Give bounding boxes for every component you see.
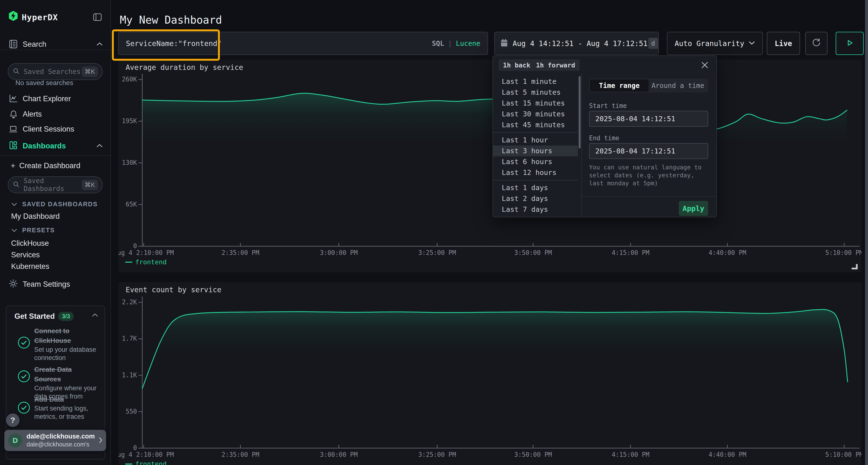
chevron-up-icon[interactable] [96,143,103,149]
time-range-divider [493,180,578,180]
start-time-input[interactable]: 2025-08-04 14:12:51 [589,111,708,127]
time-range-option[interactable]: Last 1 hour [493,135,578,145]
legend-marker [125,464,132,465]
time-range-option[interactable]: Last 3 hours [493,145,578,156]
chart-legend[interactable]: frontend [125,460,166,465]
x-tick-label: 3:00:00 PM [320,249,358,256]
search-icon [12,67,20,76]
sidebar-item-team-settings[interactable]: Team Settings [23,280,70,289]
x-tick-label: 3:25:00 PM [418,451,456,458]
time-range-value: Aug 4 14:12:51 - Aug 4 17:12:51 [513,39,648,48]
sql-toggle[interactable]: SQL [432,39,444,47]
saved-searches-placeholder: Saved Searches [24,68,82,76]
chart-plot-area[interactable]: 05501.1K1.7K2.2KAug 4 2:10:00 PM2:35:00 … [118,282,862,465]
chart-title: Average duration by service [126,63,243,72]
relative-time-list: Last 1 minuteLast 5 minutesLast 15 minut… [493,74,578,217]
end-time-label: End time [589,134,619,142]
alerts-bell-icon [9,109,18,120]
sidebar-item-dashboards[interactable]: Dashboards [23,142,66,150]
start-time-label: Start time [589,102,627,109]
create-dashboard-label: Create Dashboard [19,161,80,170]
time-range-option[interactable]: Last 15 minutes [493,98,578,109]
refresh-icon [811,38,822,49]
legend-label: frontend [135,460,166,465]
get-started-item[interactable]: Add DataStart sending logs, metrics, or … [34,395,100,421]
time-picker-popover: 1h back 1h forward Last 1 minuteLast 5 m… [493,56,717,217]
shortcut-badge: ⌘K [82,66,98,77]
time-range-input[interactable]: Aug 4 14:12:51 - Aug 4 17:12:51 d [494,32,659,55]
get-started-title: Get Started [14,312,55,321]
shift-forward-button[interactable]: 1h forward [532,59,580,71]
query-language-toggle[interactable]: SQL | Lucene [432,39,480,47]
get-started-item[interactable]: Connect to ClickHouseSet up your databas… [34,326,100,362]
y-tick-label: 65K [118,201,137,208]
apply-button[interactable]: Apply [679,201,708,216]
list-scrollbar[interactable] [578,74,581,217]
time-range-option[interactable]: Last 45 minutes [493,120,578,130]
no-saved-searches-text: No saved searches [16,79,73,87]
x-tick-label: Aug 4 2:10:00 PM [118,249,174,256]
range-mode-tabs: Time rangeAround a time [589,78,708,93]
time-range-option[interactable]: Last 5 minutes [493,87,578,98]
chevron-up-icon[interactable] [92,313,98,318]
tab-around-a-time[interactable]: Around a time [649,79,707,92]
time-range-option[interactable]: Last 6 hours [493,156,578,167]
sidebar-item-preset[interactable]: ClickHouse [11,238,50,250]
page-scrollbar[interactable] [865,0,868,465]
x-tick-label: Aug 4 2:10:00 PM [118,451,174,458]
saved-dashboards-input[interactable]: Saved Dashboards ⌘K [8,176,103,193]
time-range-option[interactable]: Last 7 days [493,204,578,215]
saved-dashboards-section-header[interactable]: SAVED DASHBOARDS [11,200,98,208]
live-button[interactable]: Live [767,32,800,55]
time-range-option[interactable]: Last 30 minutes [493,109,578,120]
end-time-input[interactable]: 2025-08-04 17:12:51 [589,143,708,159]
get-started-item-title: Create Data Sources [34,365,100,384]
granularity-select[interactable]: Auto Granularity [667,32,763,55]
refresh-button[interactable] [805,32,828,55]
create-dashboard-button[interactable]: + Create Dashboard [10,161,80,170]
time-range-option[interactable]: Last 12 hours [493,167,578,178]
get-started-item-title: Add Data [34,395,100,404]
tab-time-range[interactable]: Time range [590,79,649,92]
scrollbar-thumb[interactable] [579,76,581,148]
time-range-divider [493,132,578,133]
chevron-up-icon[interactable] [96,42,103,47]
user-account-chip[interactable]: D dale@clickhouse.com dale@clickhouse.co… [4,430,106,451]
lucene-toggle[interactable]: Lucene [456,39,480,47]
sidebar-item-search[interactable]: Search [23,40,46,49]
granularity-value: Auto Granularity [675,39,744,48]
x-tick-label: 4:40:00 PM [709,451,746,458]
presets-section-header[interactable]: PRESETS [11,227,55,234]
get-started-item-subtitle: Start sending logs, metrics, or traces [34,404,100,421]
chevron-down-icon [11,228,18,232]
sidebar-item-alerts[interactable]: Alerts [23,110,42,119]
dashboards-grid-icon [9,141,18,151]
legend-label: frontend [135,258,166,266]
time-range-option[interactable]: Last 14 days [493,215,578,217]
x-tick-label: 3:00:00 PM [320,451,358,458]
panel-resize-handle[interactable] [851,264,858,269]
saved-searches-input[interactable]: Saved Searches ⌘K [8,63,103,80]
sidebar-item-chart-explorer[interactable]: Chart Explorer [23,94,71,103]
shift-back-button[interactable]: 1h back [499,59,535,71]
user-email: dale@clickhouse.com [27,433,95,440]
help-button[interactable]: ? [6,413,20,427]
section-label: PRESETS [22,227,55,234]
y-tick-label: 550 [118,408,137,415]
shortcut-badge-d: d [648,38,658,49]
run-query-button[interactable] [836,32,864,55]
sidebar-item-client-sessions[interactable]: Client Sessions [23,125,74,133]
chart-plot-area[interactable]: 065K130K195K260KAug 4 2:10:00 PM2:35:00 … [118,60,862,272]
time-range-option[interactable]: Last 1 minute [493,76,578,87]
presets-list: ClickHouseServicesKubernetes [11,238,50,273]
collapse-sidebar-icon[interactable] [93,13,102,22]
x-tick-label: 5:10:00 PM [825,451,862,458]
sidebar-item-preset[interactable]: Kubernetes [11,261,50,273]
chart-legend[interactable]: frontend [125,258,166,266]
time-range-option[interactable]: Last 2 days [493,193,578,204]
sidebar-item-my-dashboard[interactable]: My Dashboard [11,212,60,221]
time-range-option[interactable]: Last 1 days [493,182,578,193]
search-icon [12,181,20,189]
close-icon[interactable] [700,60,710,70]
sidebar-item-preset[interactable]: Services [11,250,50,261]
